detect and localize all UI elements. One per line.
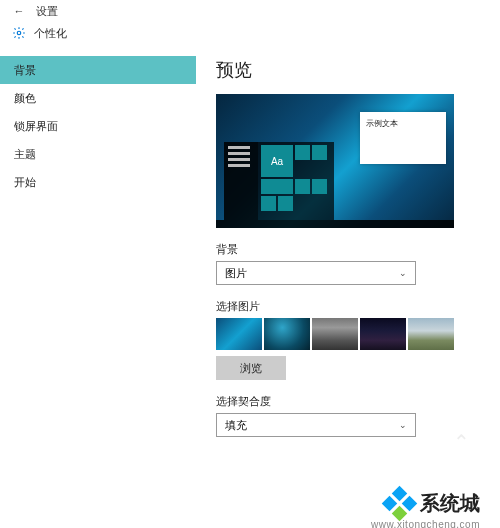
- image-thumbnails: [216, 318, 480, 350]
- sidebar-item-background[interactable]: 背景: [0, 56, 196, 84]
- watermark-logo-icon: [384, 488, 414, 518]
- decorative-arrow: ⌃: [453, 430, 470, 454]
- chevron-down-icon: ⌄: [399, 420, 407, 430]
- preview-start-menu: Aa: [224, 142, 334, 220]
- preview-tile: Aa: [261, 145, 293, 177]
- back-button[interactable]: ←: [12, 5, 26, 17]
- window-title: 设置: [36, 4, 58, 19]
- choose-image-label: 选择图片: [216, 299, 480, 314]
- fit-label: 选择契合度: [216, 394, 480, 409]
- sidebar-item-colors[interactable]: 颜色: [0, 84, 196, 112]
- fit-select-value: 填充: [225, 418, 247, 433]
- gear-icon: [12, 26, 26, 40]
- watermark-url: www.xitongcheng.com: [371, 519, 480, 528]
- preview-heading: 预览: [216, 58, 480, 82]
- sidebar-item-lockscreen[interactable]: 锁屏界面: [0, 112, 196, 140]
- svg-point-0: [17, 31, 21, 35]
- chevron-down-icon: ⌄: [399, 268, 407, 278]
- content-pane: 预览 Aa 示例文本 背景 图片 ⌄: [196, 44, 500, 528]
- thumbnail-2[interactable]: [264, 318, 310, 350]
- section-heading: 个性化: [34, 26, 67, 41]
- fit-select[interactable]: 填充 ⌄: [216, 413, 416, 437]
- sidebar-item-start[interactable]: 开始: [0, 168, 196, 196]
- thumbnail-1[interactable]: [216, 318, 262, 350]
- preview-sample-window: 示例文本: [360, 112, 446, 164]
- thumbnail-3[interactable]: [312, 318, 358, 350]
- watermark-brand: 系统城: [420, 490, 480, 517]
- sidebar: 背景 颜色 锁屏界面 主题 开始: [0, 44, 196, 528]
- sidebar-item-themes[interactable]: 主题: [0, 140, 196, 168]
- preview-sample-text: 示例文本: [366, 118, 440, 129]
- thumbnail-4[interactable]: [360, 318, 406, 350]
- browse-button[interactable]: 浏览: [216, 356, 286, 380]
- background-select-value: 图片: [225, 266, 247, 281]
- desktop-preview: Aa 示例文本: [216, 94, 454, 228]
- thumbnail-5[interactable]: [408, 318, 454, 350]
- preview-taskbar: [216, 220, 454, 228]
- background-select[interactable]: 图片 ⌄: [216, 261, 416, 285]
- watermark: 系统城: [384, 488, 480, 518]
- background-label: 背景: [216, 242, 480, 257]
